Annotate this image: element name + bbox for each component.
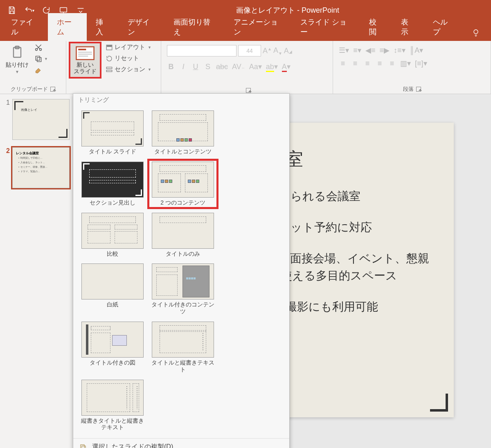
- font-color-button[interactable]: A▾: [282, 62, 291, 71]
- new-slide-button[interactable]: 新しい スライド: [70, 43, 101, 78]
- reset-button[interactable]: リセット: [104, 54, 153, 63]
- layout-two-content[interactable]: 2 つのコンテンツ: [149, 160, 217, 208]
- tab-help[interactable]: ヘルプ: [424, 13, 463, 41]
- group-clipboard: 貼り付け ▼ ▼ クリップボード: [0, 41, 66, 94]
- new-slide-label: 新しい スライド: [74, 61, 97, 74]
- bold-button[interactable]: B: [167, 63, 175, 71]
- svg-rect-12: [78, 56, 88, 56]
- svg-rect-15: [106, 67, 112, 69]
- thumb-num-2: 2: [3, 147, 10, 188]
- slide-thumbnails-panel: 1 画像とレイ 2 レンタル会議室 時間貸しで手軽に… 入会金なし、ネット… セ…: [0, 94, 76, 448]
- group-paragraph: ☰▾ ≡▾ ◀≡ ≡▶ ↕≡▾ ║A▾ ≡ ≡ ≡ ≡ ≡ ▥▾ [≡]▾ 段落: [333, 41, 491, 94]
- distribute-button[interactable]: ≡: [388, 59, 396, 68]
- columns-button[interactable]: ▥▾: [400, 59, 411, 68]
- svg-rect-0: [60, 8, 67, 12]
- tab-insert[interactable]: 挿入: [87, 13, 119, 41]
- group-clipboard-label: クリップボード: [3, 85, 63, 93]
- decrease-font-icon[interactable]: A▼: [273, 46, 282, 56]
- tab-animation[interactable]: アニメーション: [225, 13, 291, 41]
- justify-button[interactable]: ≡: [376, 59, 384, 68]
- align-left-button[interactable]: ≡: [339, 59, 347, 68]
- layout-title-content[interactable]: タイトルとコンテンツ: [149, 109, 217, 157]
- svg-rect-11: [78, 54, 92, 54]
- line-spacing-button[interactable]: ↕≡▾: [394, 46, 405, 55]
- tab-slideshow[interactable]: スライド ショー: [291, 13, 360, 41]
- thumb-num-1: 1: [3, 99, 10, 140]
- svg-rect-17: [81, 445, 84, 448]
- highlight-color-button[interactable]: ab▾: [266, 62, 278, 71]
- format-painter-button[interactable]: [33, 65, 50, 75]
- gallery-footer: 選択したスライドの複製(D) アウトラインからスライド(L)... スライドの再…: [73, 438, 289, 448]
- align-center-button[interactable]: ≡: [351, 59, 359, 68]
- tab-view[interactable]: 表示: [392, 13, 424, 41]
- align-right-button[interactable]: ≡: [363, 59, 372, 68]
- text-direction-button[interactable]: ║A▾: [410, 46, 423, 55]
- svg-rect-6: [37, 58, 41, 62]
- numbering-button[interactable]: ≡▾: [353, 46, 361, 55]
- tab-transition[interactable]: 画面切り替え: [164, 13, 224, 41]
- font-family-combo[interactable]: [167, 45, 236, 56]
- change-case-button[interactable]: Aa▾: [249, 62, 262, 71]
- section-button[interactable]: セクション▼: [104, 65, 153, 74]
- increase-indent-button[interactable]: ≡▶: [380, 46, 390, 55]
- group-slides: 新しい スライド レイアウト▼ リセット セクション▼ _: [66, 41, 161, 94]
- layout-title-only[interactable]: タイトルのみ: [149, 211, 217, 259]
- layout-comparison[interactable]: 比較: [78, 211, 147, 259]
- layout-picture-with-caption[interactable]: タイトル付きの図: [78, 320, 147, 375]
- paragraph-group-label: 段落: [403, 86, 414, 93]
- duplicate-slides-item[interactable]: 選択したスライドの複製(D): [73, 440, 289, 448]
- tab-design[interactable]: デザイン: [119, 13, 164, 41]
- clipboard-launcher-icon[interactable]: [50, 87, 55, 92]
- slide-thumb-2[interactable]: レンタル会議室 時間貸しで手軽に… 入会金なし、ネット… セミナー、研修、面接……: [12, 147, 70, 188]
- paste-label: 貼り付け: [6, 61, 29, 69]
- layout-vertical-title-text[interactable]: 縦書きタイトルと縦書きテキスト: [78, 378, 147, 433]
- increase-font-icon[interactable]: A▲: [263, 47, 272, 55]
- tell-me-icon[interactable]: [463, 25, 489, 41]
- svg-rect-18: [82, 446, 86, 448]
- svg-point-1: [474, 30, 478, 34]
- svg-rect-7: [36, 56, 40, 60]
- svg-rect-14: [107, 45, 112, 46]
- italic-button[interactable]: I: [179, 63, 187, 71]
- layout-blank[interactable]: 白紙: [78, 262, 147, 317]
- cut-button[interactable]: [33, 43, 50, 52]
- font-size-combo[interactable]: 44: [238, 45, 261, 56]
- bullets-button[interactable]: ☰▾: [339, 46, 349, 55]
- layout-content-with-caption[interactable]: タイトル付きのコンテンツ: [149, 262, 217, 317]
- char-spacing-button[interactable]: AV↔: [232, 63, 245, 71]
- svg-rect-8: [76, 47, 94, 59]
- new-slide-gallery: トリミング タイトル スライド タイトルとコンテンツ セクション見出し: [73, 93, 290, 448]
- clear-formatting-icon[interactable]: A◢: [284, 47, 292, 55]
- svg-rect-9: [78, 49, 86, 50]
- slide-thumb-1[interactable]: 画像とレイ: [12, 99, 70, 140]
- copy-button[interactable]: ▼: [33, 54, 50, 64]
- align-text-button[interactable]: [≡]▾: [415, 59, 427, 68]
- duplicate-icon: [79, 443, 87, 448]
- tab-file[interactable]: ファイル: [2, 13, 48, 41]
- layout-section-header[interactable]: セクション見出し: [78, 160, 147, 208]
- svg-rect-16: [106, 70, 112, 72]
- underline-button[interactable]: U: [191, 63, 200, 71]
- layout-title-slide[interactable]: タイトル スライド: [78, 109, 147, 157]
- tab-review[interactable]: 校閲: [360, 13, 392, 41]
- paragraph-launcher-icon[interactable]: [416, 87, 421, 92]
- ribbon: 貼り付け ▼ ▼ クリップボード 新しい スライド レイアウト▼ リセット セク…: [0, 41, 491, 94]
- svg-rect-10: [78, 52, 92, 52]
- gallery-theme-name: トリミング: [73, 94, 289, 106]
- shadow-button[interactable]: S: [204, 63, 212, 71]
- layout-title-vertical-text[interactable]: タイトルと縦書きテキスト: [149, 320, 217, 375]
- group-font: 44 A▲ A▼ A◢ B I U S abc AV↔ Aa▾ ab▾ A▾: [161, 41, 333, 94]
- strike-button[interactable]: abc: [216, 63, 228, 71]
- decrease-indent-button[interactable]: ◀≡: [365, 46, 376, 55]
- ribbon-tabs: ファイル ホーム 挿入 デザイン 画面切り替え アニメーション スライド ショー…: [0, 20, 491, 41]
- paste-button[interactable]: 貼り付け ▼: [3, 43, 31, 76]
- new-slide-icon: [75, 46, 95, 61]
- layout-button[interactable]: レイアウト▼: [104, 43, 153, 52]
- clipboard-icon: [9, 44, 25, 61]
- tab-home[interactable]: ホーム: [48, 13, 87, 41]
- font-launcher-icon[interactable]: [246, 88, 251, 93]
